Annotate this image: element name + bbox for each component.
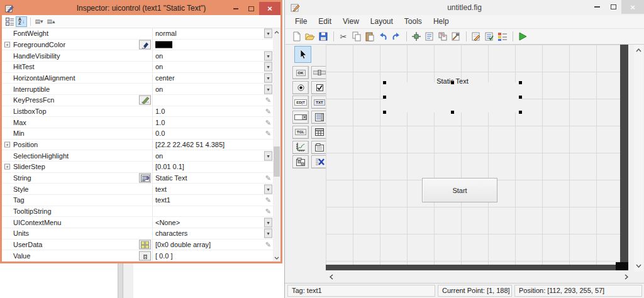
inspector-scrollbar[interactable] <box>273 28 280 262</box>
start-pushbutton[interactable]: Start <box>422 178 497 202</box>
tab-order-editor-icon[interactable] <box>436 30 449 43</box>
property-row-max[interactable]: Max1.0✎ <box>2 117 273 128</box>
expand-plus-icon[interactable]: + <box>4 164 10 170</box>
dropdown-arrow-icon[interactable]: ▾ <box>264 74 272 83</box>
categorized-view-icon[interactable] <box>4 16 15 27</box>
edit-pencil-icon[interactable]: ✎ <box>265 118 271 126</box>
property-value[interactable]: [22.2 22.462 51 4.385] <box>155 141 225 148</box>
property-value[interactable]: on <box>155 52 163 60</box>
property-value[interactable]: [0x0 double array] <box>155 241 211 248</box>
property-row-selectionhighlight[interactable]: SelectionHighlighton▾ <box>2 150 273 162</box>
push-button-tool[interactable]: OK <box>292 66 309 79</box>
minimize-button[interactable] <box>589 0 605 14</box>
property-value[interactable]: 0.0 <box>155 130 165 137</box>
menu-edit[interactable]: Edit <box>313 15 337 28</box>
property-row-value[interactable]: Value[:][ 0.0 ] <box>2 250 273 262</box>
figure-resize-handle[interactable] <box>616 262 628 270</box>
selection-handle[interactable] <box>451 111 454 114</box>
scroll-down-icon[interactable] <box>634 262 643 270</box>
close-button[interactable]: × <box>259 2 280 15</box>
property-row-units[interactable]: Unitscharacters▾ <box>2 228 273 240</box>
menu-file[interactable]: File <box>289 15 313 28</box>
menu-editor-icon[interactable] <box>423 30 436 43</box>
redo-icon[interactable] <box>390 30 402 43</box>
dropdown-arrow-icon[interactable]: ▾ <box>264 62 272 72</box>
selection-handle[interactable] <box>519 111 522 114</box>
dropdown-arrow-icon[interactable]: ▾ <box>264 229 272 238</box>
dropdown-arrow-icon[interactable]: ▾ <box>264 218 272 227</box>
property-value[interactable]: <None> <box>155 219 180 226</box>
alpha-sort-icon[interactable]: AZ↓ <box>16 16 27 27</box>
run-icon[interactable] <box>516 30 529 43</box>
expand-plus-icon[interactable]: + <box>4 142 10 148</box>
maximize-button[interactable] <box>243 2 259 15</box>
property-row-sliderstep[interactable]: +SliderStep[0.01 0.1] <box>2 162 273 173</box>
scroll-up-icon[interactable] <box>273 28 280 36</box>
callback-editor-icon[interactable] <box>139 96 151 105</box>
edit-pencil-icon[interactable]: ✎ <box>265 174 271 182</box>
property-row-keypressfcn[interactable]: KeyPressFcn✎ <box>2 95 273 106</box>
menu-view[interactable]: View <box>337 15 365 28</box>
dropdown-arrow-icon[interactable]: ▾ <box>264 184 272 194</box>
edit-pencil-icon[interactable]: ✎ <box>265 130 271 138</box>
property-row-min[interactable]: Min0.0✎ <box>2 128 273 140</box>
property-row-handlevisibility[interactable]: HandleVisibilityon▾ <box>2 50 273 62</box>
array-editor-icon[interactable] <box>139 240 151 250</box>
selection-handle[interactable] <box>519 96 522 99</box>
align-objects-icon[interactable] <box>410 30 423 43</box>
value-array-icon[interactable]: [:] <box>139 251 151 260</box>
toggle-button-tool[interactable]: TGL <box>292 126 309 139</box>
edit-pencil-icon[interactable]: ✎ <box>265 96 271 104</box>
property-row-hittest[interactable]: HitTeston▾ <box>2 62 273 73</box>
property-row-listboxtop[interactable]: ListboxTop1.0✎ <box>2 106 273 118</box>
menu-layout[interactable]: Layout <box>365 15 399 28</box>
undo-icon[interactable] <box>377 30 389 43</box>
string-editor-icon[interactable] <box>139 174 151 183</box>
selection-handle[interactable] <box>383 96 386 99</box>
property-row-horizontalalignment[interactable]: HorizontalAlignmentcenter▾ <box>2 73 273 84</box>
property-row-fontweight[interactable]: FontWeightnormal▾ <box>2 28 273 40</box>
edit-pencil-icon[interactable]: ✎ <box>265 207 271 216</box>
toolbar-editor-icon[interactable] <box>450 30 462 43</box>
property-inspector-icon[interactable] <box>483 30 496 43</box>
scrollbar-thumb[interactable] <box>274 146 280 177</box>
object-browser-icon[interactable] <box>496 30 509 43</box>
selection-handle[interactable] <box>519 81 522 84</box>
selection-handle[interactable] <box>451 81 454 84</box>
axes-tool[interactable] <box>292 141 309 154</box>
select-tool[interactable] <box>294 46 311 63</box>
property-value[interactable]: Static Text <box>155 174 187 182</box>
selection-handle[interactable] <box>383 81 386 84</box>
paint-icon[interactable] <box>139 40 151 50</box>
property-row-position[interactable]: +Position[22.2 22.462 51 4.385] <box>2 140 273 151</box>
property-value[interactable]: center <box>155 74 175 82</box>
property-row-tag[interactable]: Tagtext1✎ <box>2 195 273 206</box>
property-row-style[interactable]: Styletext▾ <box>2 184 273 195</box>
property-row-userdata[interactable]: UserData[0x0 double array]✎ <box>2 240 273 251</box>
dropdown-arrow-icon[interactable]: ▾ <box>264 151 272 160</box>
property-row-uicontextmenu[interactable]: UIContextMenu<None>▾ <box>2 217 273 228</box>
property-value[interactable]: [0.01 0.1] <box>155 163 184 170</box>
scroll-up-icon[interactable] <box>634 46 643 55</box>
scroll-right-icon[interactable] <box>622 272 631 282</box>
property-value[interactable]: text1 <box>155 196 170 204</box>
edit-text-tool[interactable]: ED|T <box>292 96 309 109</box>
static-text-control[interactable]: Static Text <box>384 82 521 113</box>
layout-canvas[interactable]: Static Text Start <box>326 45 628 272</box>
edit-pencil-icon[interactable]: ✎ <box>265 196 271 204</box>
property-value[interactable]: on <box>155 86 163 93</box>
popup-menu-tool[interactable] <box>292 111 309 124</box>
minimize-button[interactable] <box>228 2 243 15</box>
copy-icon[interactable] <box>350 30 363 43</box>
edit-pencil-icon[interactable]: ✎ <box>265 241 271 249</box>
inspector-titlebar[interactable]: Inspector: uicontrol (text1 "Static Text… <box>2 2 280 15</box>
figure-titlebar[interactable]: untitled.fig × <box>285 0 644 15</box>
property-value[interactable]: on <box>155 152 163 160</box>
edit-pencil-icon[interactable]: ✎ <box>265 108 271 116</box>
new-icon[interactable] <box>291 30 303 43</box>
open-icon[interactable] <box>304 30 316 43</box>
property-value[interactable]: 1.0 <box>155 108 165 115</box>
property-row-string[interactable]: StringStatic Text✎ <box>2 173 273 184</box>
scroll-down-icon[interactable] <box>273 254 280 262</box>
property-row-foregroundcolor[interactable]: +ForegroundColor <box>2 40 273 51</box>
